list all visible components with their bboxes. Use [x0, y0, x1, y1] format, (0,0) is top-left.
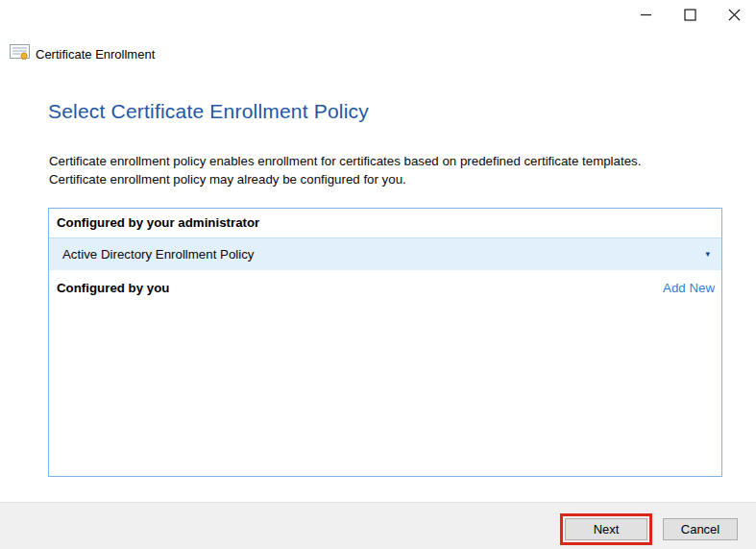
chevron-down-icon[interactable]: ▾ [705, 250, 721, 259]
description-line-2: Certificate enrollment policy may alread… [49, 170, 641, 188]
user-section-row: Configured by you Add New [49, 277, 721, 298]
close-button[interactable] [712, 0, 756, 29]
description-text: Certificate enrollment policy enables en… [49, 152, 641, 188]
description-line-1: Certificate enrollment policy enables en… [49, 152, 641, 170]
maximize-icon [684, 9, 696, 21]
admin-section-label: Configured by your administrator [57, 215, 259, 230]
window-controls [623, 0, 756, 29]
app-title: Certificate Enrollment [10, 43, 155, 64]
add-new-link[interactable]: Add New [663, 281, 721, 295]
certificate-icon [10, 43, 30, 64]
footer-bar: Next Cancel [0, 502, 756, 549]
user-section-label: Configured by you [49, 281, 663, 295]
policy-dropdown[interactable]: Active Directory Enrollment Policy ▾ [49, 237, 721, 270]
close-icon [728, 9, 741, 21]
enrollment-policy-panel: Configured by your administrator Active … [48, 208, 722, 477]
minimize-icon [640, 9, 652, 21]
certificate-enrollment-window: Certificate Enrollment Select Certificat… [0, 0, 756, 549]
maximize-button[interactable] [668, 0, 712, 29]
next-button[interactable]: Next [565, 518, 647, 540]
cancel-button[interactable]: Cancel [663, 518, 738, 540]
page-title: Select Certificate Enrollment Policy [48, 100, 369, 123]
app-title-label: Certificate Enrollment [36, 47, 155, 62]
minimize-button[interactable] [623, 0, 668, 29]
policy-dropdown-value: Active Directory Enrollment Policy [49, 247, 705, 262]
